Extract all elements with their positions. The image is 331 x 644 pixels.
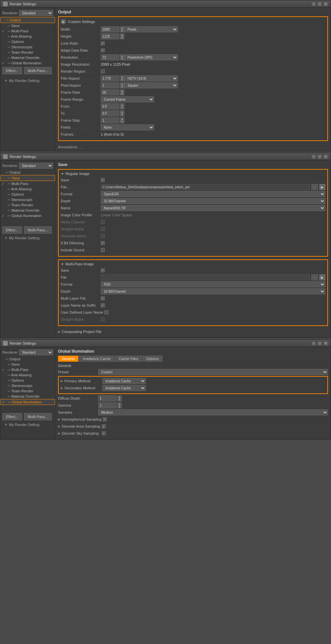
mp-file-browse-btn[interactable]: ... <box>311 274 318 280</box>
width-up[interactable]: ▲ <box>120 26 124 29</box>
resolution-input[interactable] <box>101 54 119 60</box>
regular-dither-checkbox[interactable] <box>101 241 105 245</box>
tab-irradiance-cache[interactable]: Irradiance Cache <box>79 356 114 362</box>
samples-select[interactable]: Medium <box>98 409 328 415</box>
sidebar-item-gi-3[interactable]: ✓ ─ Global Illumination <box>0 399 55 405</box>
sidebar-item-output-2[interactable]: ─ Output <box>0 170 55 175</box>
effect-btn-3[interactable]: Effect... <box>2 413 22 420</box>
from-input[interactable] <box>101 103 119 109</box>
sidebar-item-aa-2[interactable]: ─ Anti-Aliasing <box>0 186 55 192</box>
mp-layername-checkbox[interactable] <box>101 303 105 307</box>
renderer-select-2[interactable]: Standard <box>19 163 53 169</box>
pixel-aspect-unit-select[interactable]: Square <box>124 82 178 88</box>
res-unit-select[interactable]: Pixels/Inch (DPI) <box>124 54 178 60</box>
gamma-up[interactable]: ▲ <box>117 402 122 405</box>
close-btn-3[interactable]: ✕ <box>323 341 328 346</box>
sidebar-item-gi-1[interactable]: ✓ ─ Global Illumination <box>0 60 55 66</box>
primary-method-select[interactable]: Irradiance Cache <box>102 378 146 384</box>
height-down[interactable]: ▼ <box>120 36 124 39</box>
sidebar-item-options-1[interactable]: ─ Options <box>0 39 55 44</box>
sidebar-item-antialiasing-1[interactable]: ─ Anti-Aliasing <box>0 34 55 39</box>
width-unit-select[interactable]: Pixels <box>124 26 178 32</box>
mp-format-select[interactable]: PSD <box>101 281 325 287</box>
res-down[interactable]: ▼ <box>120 57 124 60</box>
close-btn-2[interactable]: ✕ <box>323 154 328 159</box>
sidebar-item-teamrender-2[interactable]: ─ Team Render <box>0 202 55 208</box>
maximize-btn-3[interactable]: □ <box>317 341 322 346</box>
sidebar-item-output-1[interactable]: ─ Output <box>0 17 55 23</box>
discrete-sky-checkbox[interactable] <box>102 431 106 435</box>
play-btn-1[interactable]: ▶ <box>61 19 66 24</box>
mp-save-checkbox[interactable] <box>101 268 105 272</box>
mp-userdefined-checkbox[interactable] <box>104 310 108 314</box>
sidebar-item-aa-3[interactable]: ─ Anti-Aliasing <box>0 372 55 378</box>
tab-general[interactable]: General <box>58 356 78 362</box>
primary-triangle[interactable]: ▶ <box>61 379 63 383</box>
sidebar-item-gi-2[interactable]: ✓ ─ Global Illumination <box>0 213 55 218</box>
sidebar-item-save-1[interactable]: ─ Save <box>0 23 55 28</box>
mp-depth-select[interactable]: 16 Bit/Channel <box>101 288 325 294</box>
fs-down[interactable]: ▼ <box>120 120 124 123</box>
res-up[interactable]: ▲ <box>120 54 124 57</box>
frame-range-select[interactable]: Current Frame <box>101 96 154 102</box>
render-region-checkbox[interactable] <box>101 69 105 73</box>
minimize-btn-3[interactable]: ─ <box>311 341 316 346</box>
mp-file-arrow-btn[interactable]: ▶ <box>319 274 325 280</box>
pa-down[interactable]: ▼ <box>120 85 124 88</box>
mp-multilayer-checkbox[interactable] <box>101 296 105 300</box>
to-down[interactable]: ▼ <box>120 113 124 116</box>
film-aspect-unit-select[interactable]: HDTV (16:9) <box>124 75 178 81</box>
dd-up[interactable]: ▲ <box>117 395 122 398</box>
width-input[interactable] <box>101 26 119 32</box>
sidebar-item-teamrender-1[interactable]: ─ Team Render <box>0 50 55 55</box>
sidebar-item-matoverride-2[interactable]: ─ Material Override <box>0 208 55 213</box>
sidebar-item-stereo-3[interactable]: ─ Stereoscopic <box>0 383 55 388</box>
fields-select[interactable]: None <box>101 124 154 130</box>
sidebar-item-multipass-2[interactable]: ✓ ─ Multi-Pass <box>0 181 55 186</box>
gamma-down[interactable]: ▼ <box>117 405 122 408</box>
regular-file-browse-btn[interactable]: ... <box>311 184 318 190</box>
fs-up[interactable]: ▲ <box>120 117 124 120</box>
diffuse-depth-input[interactable] <box>98 395 116 401</box>
regular-collapse-triangle[interactable]: ▼ <box>61 172 64 176</box>
regular-file-arrow-btn[interactable]: ▶ <box>319 184 325 190</box>
regular-depth-select[interactable]: 32 Bit/Channel <box>101 198 325 204</box>
sidebar-item-save-2[interactable]: ─ Save <box>0 175 55 181</box>
multipass-btn-3[interactable]: Multi-Pass... <box>24 413 52 420</box>
hemispherical-checkbox[interactable] <box>103 417 107 421</box>
fr-up[interactable]: ▲ <box>120 89 124 92</box>
regular-separate-alpha-checkbox[interactable] <box>101 234 105 238</box>
pa-up[interactable]: ▲ <box>120 82 124 85</box>
from-down[interactable]: ▼ <box>120 106 124 109</box>
maximize-btn-2[interactable]: □ <box>317 154 322 159</box>
sidebar-item-stereo-2[interactable]: ─ Stereoscopic <box>0 197 55 202</box>
discrete-area-checkbox[interactable] <box>102 424 106 428</box>
sidebar-item-multipass-1[interactable]: ✓ ─ Multi-Pass <box>0 28 55 34</box>
film-aspect-input[interactable] <box>101 75 119 81</box>
to-input[interactable] <box>101 110 119 116</box>
fr-down[interactable]: ▼ <box>120 92 124 95</box>
preset-select[interactable]: Custom <box>98 369 328 375</box>
sidebar-item-save-3[interactable]: ─ Save <box>0 362 55 367</box>
compositing-triangle[interactable]: ▶ <box>58 330 60 333</box>
mp-file-input[interactable] <box>101 274 310 280</box>
minimize-btn-1[interactable]: ─ <box>311 2 316 6</box>
sidebar-item-matoverride-3[interactable]: ─ Material Override <box>0 394 55 399</box>
sidebar-item-teamrender-3[interactable]: ─ Team Render <box>0 388 55 394</box>
sidebar-item-options-3[interactable]: ─ Options <box>0 378 55 383</box>
renderer-select-1[interactable]: Standard <box>19 10 53 16</box>
multipass-btn-1[interactable]: Multi-Pass... <box>24 67 52 74</box>
regular-file-input[interactable] <box>101 184 310 190</box>
multipass-btn-2[interactable]: Multi-Pass... <box>24 226 52 234</box>
close-btn-1[interactable]: ✕ <box>323 2 328 6</box>
tab-options[interactable]: Options <box>142 356 162 362</box>
tab-cache-files[interactable]: Cache Files <box>115 356 142 362</box>
maximize-btn-1[interactable]: □ <box>317 2 322 6</box>
frame-step-input[interactable] <box>101 117 119 123</box>
discrete-area-triangle[interactable]: ▶ <box>58 425 60 428</box>
regular-format-select[interactable]: OpenEXR <box>101 191 325 197</box>
effect-btn-2[interactable]: Effect... <box>2 226 22 234</box>
regular-alpha-checkbox[interactable] <box>101 220 105 224</box>
height-input[interactable] <box>101 33 119 39</box>
regular-name-select[interactable]: Name0000.TIF <box>101 205 325 211</box>
